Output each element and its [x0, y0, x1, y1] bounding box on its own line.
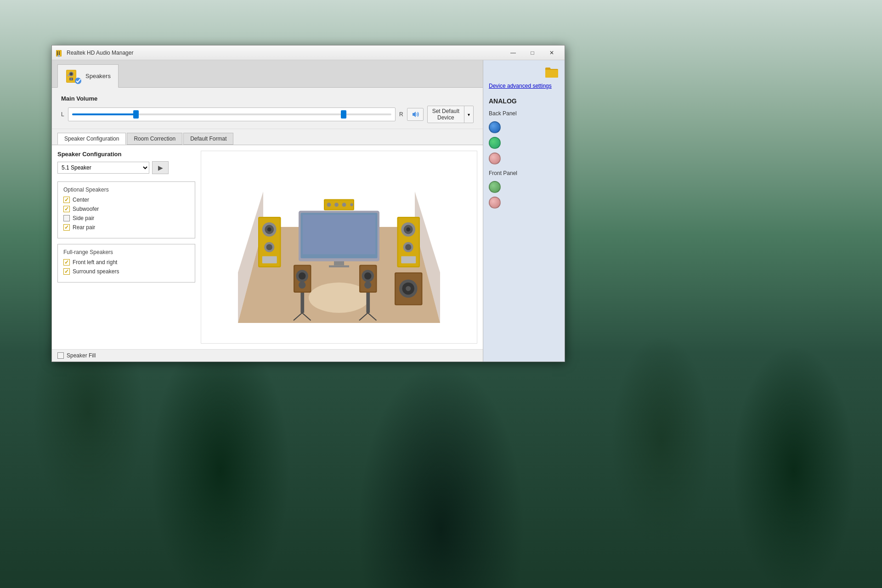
svg-point-67 [364, 282, 371, 288]
svg-point-46 [406, 227, 410, 232]
checkbox-surround: ✓ Surround speakers [63, 268, 189, 275]
tab-speaker-configuration[interactable]: Speaker Configuration [57, 133, 126, 145]
checkbox-front-lr-label: Front left and right [73, 259, 117, 266]
config-area: Speaker Configuration 5.1 Speaker Stereo… [52, 145, 483, 349]
checkbox-surround-label: Surround speakers [73, 268, 119, 275]
svg-point-48 [405, 244, 411, 250]
speaker-fill-row: Speaker Fill [52, 349, 483, 362]
port-blue-back[interactable] [489, 121, 501, 133]
svg-rect-41 [262, 256, 277, 263]
checkbox-center-label: Center [73, 197, 89, 203]
port-green-front[interactable] [489, 181, 501, 193]
svg-point-27 [342, 203, 346, 207]
checkbox-side-pair-label: Side pair [73, 215, 94, 221]
main-window: Realtek HD Audio Manager — □ ✕ [51, 45, 565, 362]
checkbox-side-pair-box[interactable] [63, 215, 70, 221]
full-range-title: Full-range Speakers [63, 249, 189, 255]
speakers-tab-icon [65, 68, 82, 85]
set-default-device-button[interactable]: Set DefaultDevice ▾ [427, 106, 474, 123]
speakers-tab[interactable]: Speakers [57, 64, 119, 88]
checkbox-center: ✓ Center [63, 197, 189, 203]
titlebar: Realtek HD Audio Manager — □ ✕ [52, 45, 565, 60]
svg-rect-32 [334, 261, 344, 266]
svg-point-2 [57, 51, 58, 52]
checkbox-subwoofer: ✓ Subwoofer [63, 206, 189, 212]
set-default-main[interactable]: Set DefaultDevice [428, 106, 464, 123]
play-icon: ▶ [158, 164, 163, 171]
front-panel-label: Front Panel [489, 170, 559, 176]
speaker-diagram [201, 151, 477, 344]
svg-rect-60 [300, 293, 304, 313]
svg-point-4 [57, 54, 58, 55]
right-sidebar: Device advanced settings ANALOG Back Pan… [483, 60, 565, 362]
config-panel: Speaker Configuration 5.1 Speaker Stereo… [52, 145, 483, 362]
svg-rect-49 [401, 256, 416, 263]
svg-rect-33 [329, 266, 349, 267]
device-advanced-settings-link[interactable]: Device advanced settings [489, 82, 559, 90]
folder-icon [544, 66, 559, 79]
volume-track[interactable] [72, 113, 391, 115]
folder-icon-container [489, 66, 559, 79]
svg-point-28 [350, 203, 353, 206]
set-default-dropdown[interactable]: ▾ [464, 106, 473, 123]
room-visualization [201, 151, 477, 343]
svg-point-16 [70, 78, 72, 80]
svg-point-38 [267, 227, 271, 232]
checkbox-center-box[interactable]: ✓ [63, 197, 70, 203]
checkbox-rear-pair-box[interactable]: ✓ [63, 224, 70, 231]
volume-left-label: L [61, 111, 64, 118]
checkbox-front-lr-box[interactable]: ✓ [63, 259, 70, 266]
checkbox-surround-box[interactable]: ✓ [63, 268, 70, 275]
speaker-icon [411, 110, 419, 119]
analog-title: ANALOG [489, 97, 559, 105]
volume-row: L R [61, 106, 474, 123]
checkbox-side-pair: Side pair [63, 215, 189, 221]
left-controls: Speaker Configuration 5.1 Speaker Stereo… [57, 151, 195, 344]
speaker-fill-checkbox[interactable] [57, 352, 64, 359]
svg-point-25 [327, 203, 331, 207]
window-content: Speakers Main Volume L R [52, 60, 565, 362]
tab-default-format[interactable]: Default Format [183, 133, 233, 145]
svg-point-14 [71, 73, 72, 74]
device-tab-header: Speakers [52, 60, 483, 88]
checkbox-front-lr: ✓ Front left and right [63, 259, 189, 266]
svg-point-17 [68, 74, 69, 76]
window-controls: — □ ✕ [504, 47, 561, 58]
svg-point-3 [57, 52, 58, 53]
svg-point-6 [59, 52, 60, 53]
full-range-group: Full-range Speakers ✓ Front left and rig… [57, 244, 195, 283]
volume-slider-container[interactable] [68, 107, 396, 121]
svg-rect-68 [366, 293, 370, 313]
mute-button[interactable] [407, 108, 424, 121]
minimize-button[interactable]: — [504, 47, 522, 58]
main-panel: Speakers Main Volume L R [52, 60, 483, 362]
svg-point-59 [299, 282, 305, 288]
speaker-config-title: Speaker Configuration [57, 151, 195, 158]
checkbox-rear-pair-label: Rear pair [73, 224, 95, 231]
volume-thumb-right[interactable] [341, 110, 346, 119]
port-pink-front[interactable] [489, 197, 501, 209]
volume-fill [72, 113, 136, 115]
config-tabs-row: Speaker Configuration Room Correction De… [52, 129, 483, 145]
restore-button[interactable]: □ [523, 47, 542, 58]
svg-point-5 [59, 51, 60, 52]
svg-point-54 [406, 286, 411, 291]
svg-point-66 [364, 272, 371, 279]
volume-thumb-left[interactable] [133, 110, 139, 119]
checkbox-subwoofer-box[interactable]: ✓ [63, 206, 70, 212]
volume-section: Main Volume L R [52, 88, 483, 129]
window-title: Realtek HD Audio Manager [67, 50, 504, 56]
speaker-fill-label: Speaker Fill [67, 352, 96, 359]
tab-room-correction[interactable]: Room Correction [127, 133, 182, 145]
checkbox-subwoofer-label: Subwoofer [73, 206, 99, 212]
port-pink-back[interactable] [489, 153, 501, 164]
speakers-tab-label: Speakers [85, 73, 111, 79]
port-green-back[interactable] [489, 137, 501, 149]
app-icon [56, 49, 64, 57]
svg-point-40 [266, 244, 272, 250]
speaker-config-select[interactable]: 5.1 Speaker Stereo Quadraphonic 7.1 Spea… [57, 162, 149, 174]
svg-rect-31 [303, 215, 375, 254]
close-button[interactable]: ✕ [543, 47, 561, 58]
test-play-button[interactable]: ▶ [152, 161, 169, 174]
svg-point-18 [75, 78, 81, 84]
